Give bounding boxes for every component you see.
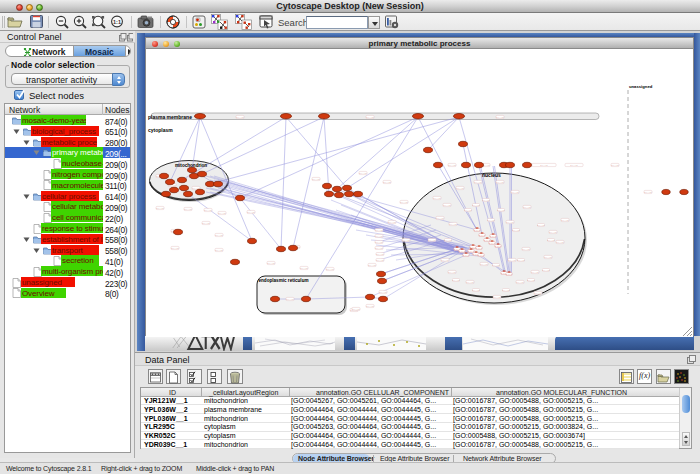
svg-text:[—·—]: [—·—] [523,248,530,251]
svg-text:[—·—]: [—·—] [376,229,383,232]
svg-text:1:1: 1:1 [113,19,121,25]
svg-text:[—·—]: [—·—] [550,231,557,234]
svg-text:[·—·]: [·—·] [463,254,469,257]
svg-text:[—·—]: [—·—] [369,264,376,267]
svg-text:[—·—]: [—·—] [401,201,408,204]
svg-text:[—·—]: [—·—] [367,116,374,119]
svg-text:[·—·]: [·—·] [484,239,490,242]
svg-text:[—·—]: [—·—] [545,256,552,259]
svg-text:[·—·]: [·—·] [479,234,485,237]
svg-text:[—·—]: [—·—] [512,191,519,194]
svg-text:[—·—]: [—·—] [376,235,383,238]
svg-text:[—·—]: [—·—] [497,116,504,119]
svg-text:[—·—]: [—·—] [518,259,525,262]
svg-text:[—·—]: [—·—] [503,289,510,292]
svg-text:[—·—]: [—·—] [483,199,490,202]
svg-text:[—·—]: [—·—] [557,241,564,244]
svg-text:[—·—]: [—·—] [219,212,226,215]
svg-text:[—·—]: [—·—] [442,259,449,262]
svg-text:[—·—]: [—·—] [377,253,384,256]
svg-text:[—·—]: [—·—] [248,211,255,214]
svg-text:[—·—]: [—·—] [524,206,531,209]
svg-text:nucleus: nucleus [482,172,501,178]
svg-text:[·—·]: [·—·] [489,242,495,245]
svg-text:[—·—]: [—·—] [562,219,569,222]
svg-text:[—·—]: [—·—] [353,308,360,311]
svg-text:[—·—]: [—·—] [205,209,212,212]
svg-text:[—·—]: [—·—] [268,262,275,265]
svg-text:[—·—]: [—·—] [437,217,444,220]
svg-text:[·—·]: [·—·] [478,254,484,257]
svg-text:[—·—]: [—·—] [571,164,578,167]
svg-text:[—·—]: [—·—] [377,259,384,262]
svg-text:[—·—]: [—·—] [612,164,619,167]
svg-text:[—·—]: [—·—] [376,241,383,244]
svg-text:[—·—]: [—·—] [507,221,514,224]
svg-text:[—·—]: [—·—] [453,279,460,282]
svg-text:[—·—]: [—·—] [473,204,480,207]
svg-text:[—·—]: [—·—] [445,239,452,242]
svg-text:[—·—]: [—·—] [498,209,505,212]
svg-text:[—·—]: [—·—] [216,249,223,252]
svg-text:[·—·]: [·—·] [495,245,501,248]
svg-text:[—·—]: [—·—] [467,281,474,284]
svg-text:[—·—]: [—·—] [157,207,164,210]
svg-text:[—·—]: [—·—] [509,259,516,262]
svg-text:unassigned: unassigned [629,84,653,89]
svg-text:[·—·]: [·—·] [468,250,474,253]
svg-text:[—·—]: [—·—] [543,269,550,272]
svg-text:[—·—]: [—·—] [449,271,456,274]
svg-text:[—·—]: [—·—] [429,239,436,242]
svg-text:[—·—]: [—·—] [185,208,192,211]
svg-text:[—·—]: [—·—] [528,279,535,282]
svg-text:[—·—]: [—·—] [538,224,545,227]
svg-text:plasma membrane: plasma membrane [148,114,192,120]
svg-text:[—·—]: [—·—] [465,209,472,212]
svg-text:mitochondrion: mitochondrion [175,163,207,168]
svg-text:[·—·]: [·—·] [474,229,480,232]
svg-text:[—·—]: [—·—] [548,239,555,242]
svg-text:[—·—]: [—·—] [481,263,488,266]
svg-text:[—·—]: [—·—] [203,222,210,225]
svg-text:[—·—]: [—·—] [301,267,308,270]
svg-text:[—·—]: [—·—] [473,289,480,292]
svg-text:[—·—]: [—·—] [493,264,500,267]
svg-text:[—·—]: [—·—] [360,172,367,175]
svg-text:[—·—]: [—·—] [287,298,294,301]
svg-text:[·—·]: [·—·] [506,273,512,276]
svg-text:[—·—]: [—·—] [444,204,451,207]
svg-text:[—·—]: [—·—] [449,164,456,167]
svg-text:[—·—]: [—·—] [541,164,548,167]
svg-text:[—·—]: [—·—] [517,281,524,284]
svg-text:[—·—]: [—·—] [384,181,391,184]
svg-text:[—·—]: [—·—] [532,271,539,274]
svg-text:[—·—]: [—·—] [488,219,495,222]
svg-text:[—·—]: [—·—] [475,181,482,184]
svg-text:endoplasmic reticulum: endoplasmic reticulum [259,278,309,283]
svg-text:[—·—]: [—·—] [513,229,520,232]
svg-text:[—·—]: [—·—] [313,178,320,181]
svg-text:[—·—]: [—·—] [367,305,374,308]
svg-text:[—·—]: [—·—] [327,268,334,271]
svg-text:[—·—]: [—·—] [645,191,652,194]
svg-text:[—·—]: [—·—] [450,223,457,226]
svg-text:[—·—]: [—·—] [494,296,501,299]
svg-text:[·—·]: [·—·] [476,247,482,250]
svg-text:[—·—]: [—·—] [403,239,410,242]
svg-text:cytoplasm: cytoplasm [148,127,173,133]
svg-text:[—·—]: [—·—] [434,197,441,200]
svg-text:[—·—]: [—·—] [457,187,464,190]
svg-text:[—·—]: [—·—] [535,292,542,295]
svg-text:[—·—]: [—·—] [172,247,179,250]
svg-text:[—·—]: [—·—] [216,234,223,237]
svg-text:[·—·]: [·—·] [459,250,465,253]
svg-text:[—·—]: [—·—] [389,221,396,224]
svg-text:[—·—]: [—·—] [380,291,387,294]
svg-text:[·—·]: [·—·] [490,235,496,238]
svg-text:[—·—]: [—·—] [237,116,244,119]
svg-text:[—·—]: [—·—] [497,181,504,184]
svg-text:[—·—]: [—·—] [376,247,383,250]
